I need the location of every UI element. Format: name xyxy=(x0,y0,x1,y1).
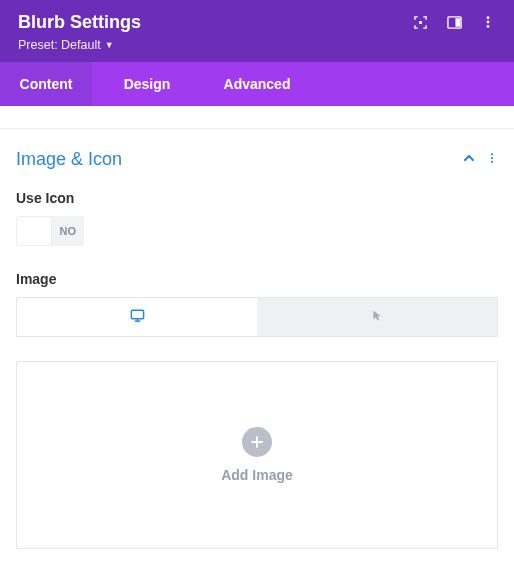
image-label: Image xyxy=(16,271,498,287)
desktop-icon xyxy=(130,308,145,326)
svg-point-6 xyxy=(491,153,493,155)
svg-point-7 xyxy=(491,157,493,159)
svg-point-5 xyxy=(487,25,490,28)
caret-down-icon: ▼ xyxy=(105,40,114,50)
use-icon-toggle[interactable]: NO xyxy=(16,216,84,246)
panel-layout-icon[interactable] xyxy=(446,14,462,30)
svg-point-4 xyxy=(487,21,490,24)
plus-icon xyxy=(242,427,272,457)
svg-rect-0 xyxy=(419,21,422,24)
window-title: Blurb Settings xyxy=(18,12,141,34)
blurb-settings-window: Blurb Settings Preset: Default ▼ xyxy=(0,0,514,569)
header-actions xyxy=(412,14,496,30)
tab-advanced[interactable]: Advanced xyxy=(202,62,312,106)
kebab-menu-icon[interactable] xyxy=(480,14,496,30)
svg-point-8 xyxy=(491,161,493,163)
panel: Image & Icon Use Icon NO xyxy=(0,129,514,565)
desktop-view-tab[interactable] xyxy=(17,298,257,336)
svg-rect-9 xyxy=(131,310,143,318)
image-view-tabs xyxy=(16,297,498,337)
kebab-menu-icon[interactable] xyxy=(486,151,498,167)
svg-rect-2 xyxy=(455,18,460,26)
tab-content[interactable]: Content xyxy=(0,62,92,106)
main-tabs: Content Design Advanced xyxy=(0,62,514,106)
toggle-knob xyxy=(17,217,51,245)
tab-design[interactable]: Design xyxy=(92,62,202,106)
toggle-state: NO xyxy=(60,225,77,237)
preset-selector[interactable]: Preset: Default ▼ xyxy=(18,38,114,52)
svg-point-3 xyxy=(487,16,490,19)
chevron-up-icon[interactable] xyxy=(462,151,476,168)
header: Blurb Settings Preset: Default ▼ xyxy=(0,0,514,62)
use-icon-label: Use Icon xyxy=(16,190,498,206)
preset-label: Preset: Default xyxy=(18,38,101,52)
section-controls xyxy=(462,151,498,168)
section-header[interactable]: Image & Icon xyxy=(16,149,498,170)
add-image-dropzone[interactable]: Add Image xyxy=(16,361,498,549)
section-title: Image & Icon xyxy=(16,149,122,170)
focus-icon[interactable] xyxy=(412,14,428,30)
cursor-icon xyxy=(371,309,384,325)
hover-view-tab[interactable] xyxy=(257,298,497,336)
header-left: Blurb Settings Preset: Default ▼ xyxy=(18,12,141,52)
image-field: Image xyxy=(16,271,498,549)
use-icon-field: Use Icon NO xyxy=(16,190,498,249)
add-image-text: Add Image xyxy=(221,467,293,483)
